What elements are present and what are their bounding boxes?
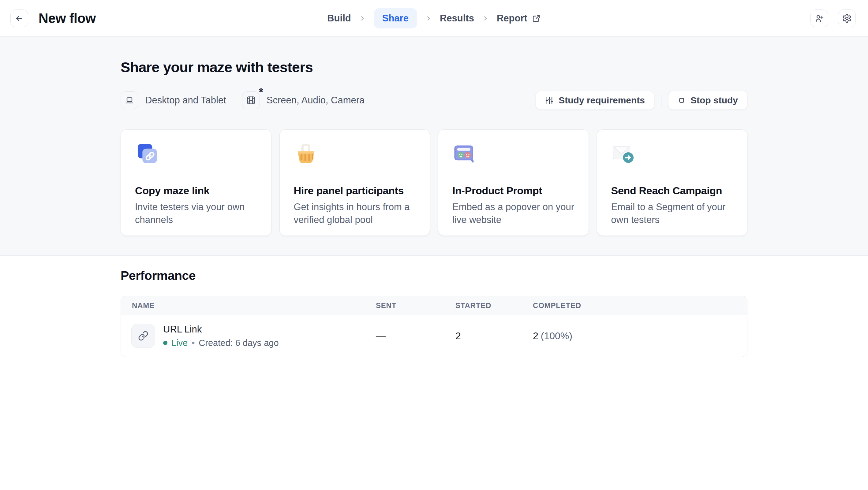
table-header-row: Name Sent Started Completed — [121, 296, 747, 315]
table-row[interactable]: URL Link Live • Created: 6 days ago — 2 … — [121, 315, 747, 357]
share-section: Share your maze with testers Desktop and… — [0, 37, 868, 256]
card-send-reach-campaign[interactable]: Send Reach Campaign Email to a Segment o… — [597, 129, 748, 236]
study-requirements-button[interactable]: Study requirements — [536, 91, 654, 110]
started-value: 2 — [456, 330, 533, 342]
performance-table: Name Sent Started Completed — [121, 296, 747, 357]
breadcrumb-results[interactable]: Results — [440, 13, 474, 24]
invite-member-button[interactable] — [810, 9, 828, 27]
card-hire-panel-participants[interactable]: Hire panel participants Get insights in … — [279, 129, 430, 236]
name-cell: URL Link Live • Created: 6 days ago — [121, 324, 376, 348]
card-description: Invite testers via your own channels — [135, 201, 257, 226]
study-meta-row: Desktop and Tablet * Screen, Audio, Came… — [121, 91, 747, 110]
breadcrumb-report[interactable]: Report — [497, 13, 541, 24]
devices-badge: Desktop and Tablet — [121, 92, 226, 109]
user-plus-icon — [815, 14, 824, 23]
status-separator: • — [192, 338, 195, 348]
maze-link-3d-icon — [135, 142, 257, 167]
study-actions: Study requirements Stop study — [536, 91, 747, 110]
top-bar: New flow Build Share Results Report — [0, 0, 868, 37]
chevron-right-icon — [359, 15, 366, 22]
card-description: Email to a Segment of your own testers — [611, 201, 733, 226]
breadcrumb-build[interactable]: Build — [327, 13, 351, 24]
row-link-iconbox — [131, 324, 155, 348]
sliders-icon — [545, 96, 554, 105]
column-header-started: Started — [456, 301, 533, 310]
recording-badge: * Screen, Audio, Camera — [242, 92, 365, 109]
chevron-right-icon — [425, 15, 432, 22]
external-link-icon — [532, 14, 541, 23]
gear-icon — [842, 13, 852, 23]
card-title: In-Product Prompt — [452, 185, 575, 197]
breadcrumb-share[interactable]: Share — [374, 8, 417, 28]
link-icon — [138, 331, 149, 341]
card-title: Hire panel participants — [294, 185, 416, 197]
completed-count: 2 — [533, 330, 538, 341]
status-created-label: Created: 6 days ago — [199, 338, 279, 348]
envelope-3d-icon — [611, 142, 733, 167]
card-description: Embed as a popover on your live website — [452, 201, 575, 226]
actions-divider — [661, 94, 661, 107]
breadcrumb: Build Share Results Report — [327, 8, 541, 28]
performance-section: Performance Name Sent Started Completed — [0, 256, 868, 357]
app-window: New flow Build Share Results Report — [0, 0, 868, 490]
column-header-completed: Completed — [533, 301, 747, 310]
prompt-3d-icon — [452, 142, 575, 167]
study-requirements-label: Study requirements — [559, 95, 645, 105]
performance-heading: Performance — [121, 268, 747, 283]
sent-value: — — [376, 330, 456, 342]
required-asterisk: * — [259, 87, 263, 98]
row-status: Live • Created: 6 days ago — [163, 338, 279, 348]
basket-3d-icon — [294, 142, 416, 167]
recording-badge-iconbox: * — [242, 92, 260, 109]
stop-study-label: Stop study — [690, 95, 738, 105]
laptop-icon — [125, 95, 134, 105]
completed-percentage: (100%) — [541, 330, 572, 341]
recording-badge-label: Screen, Audio, Camera — [267, 95, 365, 106]
card-title: Copy maze link — [135, 185, 257, 197]
stop-study-button[interactable]: Stop study — [668, 91, 747, 110]
top-bar-actions — [810, 9, 856, 27]
devices-badge-iconbox — [121, 92, 138, 109]
share-heading: Share your maze with testers — [121, 59, 747, 75]
page-title: New flow — [38, 11, 96, 26]
devices-badge-label: Desktop and Tablet — [145, 95, 226, 106]
row-name-block: URL Link Live • Created: 6 days ago — [163, 324, 279, 348]
status-live-label: Live — [172, 338, 188, 348]
stop-icon — [678, 96, 686, 104]
live-status-dot — [163, 341, 167, 345]
share-methods-cards: Copy maze link Invite testers via your o… — [121, 129, 747, 236]
chevron-right-icon — [482, 15, 489, 22]
card-description: Get insights in hours from a verified gl… — [294, 201, 416, 226]
row-name: URL Link — [163, 324, 279, 335]
card-title: Send Reach Campaign — [611, 185, 733, 197]
column-header-name: Name — [121, 301, 376, 310]
card-in-product-prompt[interactable]: In-Product Prompt Embed as a popover on … — [438, 129, 589, 236]
column-header-sent: Sent — [376, 301, 456, 310]
settings-button[interactable] — [838, 9, 856, 27]
completed-value: 2(100%) — [533, 330, 747, 342]
study-badges: Desktop and Tablet * Screen, Audio, Came… — [121, 92, 365, 109]
back-arrow-icon — [15, 14, 24, 23]
card-copy-maze-link[interactable]: Copy maze link Invite testers via your o… — [121, 129, 272, 236]
film-icon — [246, 95, 256, 105]
back-button[interactable] — [10, 9, 28, 27]
